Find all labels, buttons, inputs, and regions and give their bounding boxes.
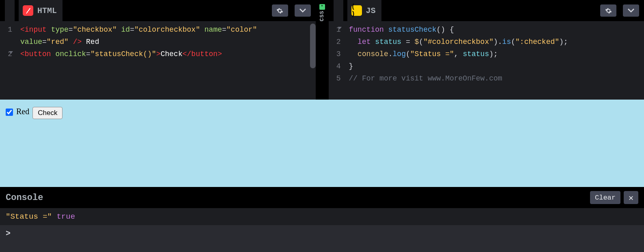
- css-panel-collapsed[interactable]: * CSS: [316, 0, 328, 100]
- preview-pane: Red Check: [0, 100, 644, 187]
- console-clear-button[interactable]: Clear: [590, 191, 620, 204]
- js-icon: ( ): [351, 5, 362, 16]
- chevron-down-icon: [628, 9, 634, 13]
- console-panel: Console Clear ✕ "Status =" true >: [0, 187, 644, 252]
- html-editor[interactable]: 12 <input type="checkbox" id="colorcheck…: [0, 21, 316, 100]
- scrollbar[interactable]: [310, 24, 316, 68]
- console-close-button[interactable]: ✕: [624, 191, 638, 204]
- console-output: "Status =" true: [0, 208, 644, 226]
- html-panel-header: HTML: [0, 0, 316, 21]
- editors-row: HTML 12 <input type="checkbox" id="color…: [0, 0, 644, 100]
- gear-icon: [276, 7, 283, 14]
- html-settings-button[interactable]: [272, 4, 288, 17]
- unsaved-indicator-icon: *: [319, 4, 325, 10]
- html-panel-title: HTML: [37, 6, 57, 15]
- workspace: HTML 12 <input type="checkbox" id="color…: [0, 0, 644, 252]
- console-output-value: true: [56, 212, 75, 221]
- console-input[interactable]: >: [0, 226, 644, 252]
- js-panel-header: ( ) JS: [329, 0, 644, 21]
- checkbox-label: Red: [16, 107, 29, 116]
- html-panel: HTML 12 <input type="checkbox" id="color…: [0, 0, 316, 100]
- console-header: Console Clear ✕: [0, 187, 644, 208]
- chevron-down-icon: [299, 9, 306, 13]
- console-output-string: "Status =": [6, 212, 52, 221]
- css-panel-title: CSS: [319, 11, 325, 21]
- check-button[interactable]: Check: [32, 107, 62, 119]
- console-title: Console: [6, 193, 43, 203]
- js-settings-button[interactable]: [600, 4, 616, 17]
- js-panel: ( ) JS 12345 function statusCheck() { le…: [328, 0, 644, 100]
- color-checkbox[interactable]: [6, 109, 13, 116]
- js-panel-title: JS: [366, 6, 376, 15]
- js-editor[interactable]: 12345 function statusCheck() { let statu…: [329, 21, 644, 100]
- html-collapse-button[interactable]: [295, 4, 311, 17]
- gear-icon: [605, 7, 612, 14]
- js-collapse-button[interactable]: [623, 4, 639, 17]
- html-icon: [23, 5, 33, 16]
